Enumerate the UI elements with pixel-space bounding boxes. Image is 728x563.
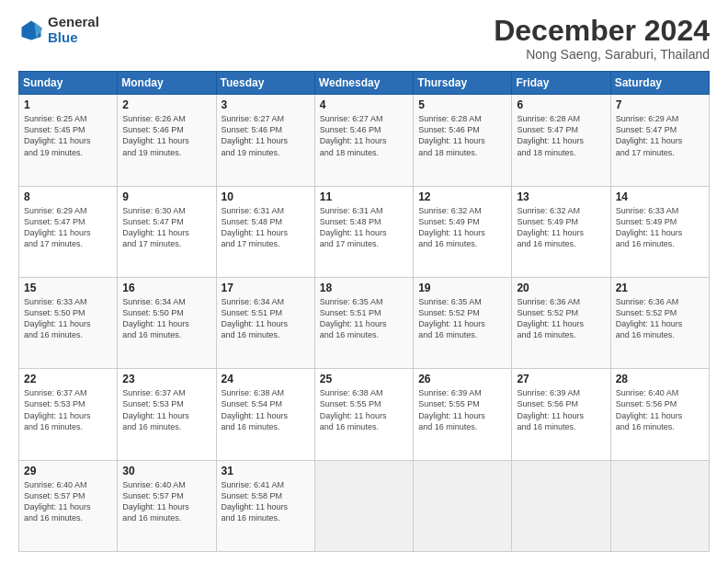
day-info: Sunrise: 6:33 AM Sunset: 5:49 PM Dayligh…: [616, 205, 704, 250]
day-info: Sunrise: 6:27 AM Sunset: 5:46 PM Dayligh…: [222, 113, 310, 158]
page: General Blue December 2024 Nong Saeng, S…: [0, 0, 728, 563]
day-info: Sunrise: 6:35 AM Sunset: 5:52 PM Dayligh…: [418, 296, 506, 341]
day-cell: 20Sunrise: 6:36 AM Sunset: 5:52 PM Dayli…: [512, 277, 610, 368]
day-number: 30: [122, 465, 210, 477]
day-info: Sunrise: 6:35 AM Sunset: 5:51 PM Dayligh…: [320, 296, 408, 341]
day-number: 16: [122, 282, 210, 294]
day-info: Sunrise: 6:29 AM Sunset: 5:47 PM Dayligh…: [24, 205, 112, 250]
day-number: 7: [616, 98, 704, 111]
header-day-friday: Friday: [512, 72, 610, 95]
day-cell: 13Sunrise: 6:32 AM Sunset: 5:49 PM Dayli…: [512, 186, 610, 277]
day-cell: 24Sunrise: 6:38 AM Sunset: 5:54 PM Dayli…: [216, 369, 314, 460]
header-day-wednesday: Wednesday: [314, 72, 413, 95]
day-info: Sunrise: 6:31 AM Sunset: 5:48 PM Dayligh…: [222, 205, 310, 250]
day-info: Sunrise: 6:40 AM Sunset: 5:57 PM Dayligh…: [122, 479, 210, 524]
week-row-1: 8Sunrise: 6:29 AM Sunset: 5:47 PM Daylig…: [19, 186, 710, 277]
day-cell: 5Sunrise: 6:28 AM Sunset: 5:46 PM Daylig…: [414, 95, 512, 186]
day-number: 9: [122, 190, 210, 203]
header-row: SundayMondayTuesdayWednesdayThursdayFrid…: [19, 72, 710, 95]
day-info: Sunrise: 6:41 AM Sunset: 5:58 PM Dayligh…: [222, 479, 310, 524]
day-number: 3: [222, 98, 310, 111]
main-title: December 2024: [494, 15, 710, 47]
day-number: 29: [24, 465, 112, 477]
day-number: 11: [320, 190, 408, 203]
day-number: 5: [418, 98, 506, 111]
day-cell: 25Sunrise: 6:38 AM Sunset: 5:55 PM Dayli…: [314, 369, 413, 460]
day-number: 23: [122, 373, 210, 385]
day-cell: 26Sunrise: 6:39 AM Sunset: 5:55 PM Dayli…: [414, 369, 512, 460]
day-cell: [314, 460, 413, 551]
day-number: 27: [517, 373, 605, 385]
day-number: 17: [222, 282, 310, 294]
day-cell: 18Sunrise: 6:35 AM Sunset: 5:51 PM Dayli…: [314, 277, 413, 368]
day-number: 13: [517, 190, 605, 203]
day-cell: [414, 460, 512, 551]
day-cell: [610, 460, 709, 551]
day-number: 1: [24, 98, 112, 111]
day-info: Sunrise: 6:32 AM Sunset: 5:49 PM Dayligh…: [418, 205, 506, 250]
day-number: 14: [616, 190, 704, 203]
day-cell: 19Sunrise: 6:35 AM Sunset: 5:52 PM Dayli…: [414, 277, 512, 368]
logo-general: General: [48, 15, 99, 30]
day-cell: 31Sunrise: 6:41 AM Sunset: 5:58 PM Dayli…: [216, 460, 314, 551]
day-info: Sunrise: 6:40 AM Sunset: 5:57 PM Dayligh…: [24, 479, 112, 524]
day-number: 25: [320, 373, 408, 385]
logo-blue: Blue: [48, 30, 99, 46]
week-row-2: 15Sunrise: 6:33 AM Sunset: 5:50 PM Dayli…: [19, 277, 710, 368]
header-day-saturday: Saturday: [610, 72, 709, 95]
day-cell: 17Sunrise: 6:34 AM Sunset: 5:51 PM Dayli…: [216, 277, 314, 368]
logo: General Blue: [18, 15, 99, 45]
week-row-3: 22Sunrise: 6:37 AM Sunset: 5:53 PM Dayli…: [19, 369, 710, 460]
day-info: Sunrise: 6:38 AM Sunset: 5:55 PM Dayligh…: [320, 387, 408, 432]
header-day-sunday: Sunday: [19, 72, 118, 95]
day-info: Sunrise: 6:36 AM Sunset: 5:52 PM Dayligh…: [517, 296, 605, 341]
header-day-monday: Monday: [118, 72, 216, 95]
week-row-4: 29Sunrise: 6:40 AM Sunset: 5:57 PM Dayli…: [19, 460, 710, 551]
day-info: Sunrise: 6:30 AM Sunset: 5:47 PM Dayligh…: [122, 205, 210, 250]
day-cell: 6Sunrise: 6:28 AM Sunset: 5:47 PM Daylig…: [512, 95, 610, 186]
day-info: Sunrise: 6:37 AM Sunset: 5:53 PM Dayligh…: [122, 387, 210, 432]
day-number: 24: [222, 373, 310, 385]
day-number: 21: [616, 282, 704, 294]
day-cell: 10Sunrise: 6:31 AM Sunset: 5:48 PM Dayli…: [216, 186, 314, 277]
day-info: Sunrise: 6:26 AM Sunset: 5:46 PM Dayligh…: [122, 113, 210, 158]
title-area: December 2024 Nong Saeng, Saraburi, Thai…: [494, 15, 710, 62]
day-info: Sunrise: 6:37 AM Sunset: 5:53 PM Dayligh…: [24, 387, 112, 432]
day-info: Sunrise: 6:38 AM Sunset: 5:54 PM Dayligh…: [222, 387, 310, 432]
day-info: Sunrise: 6:36 AM Sunset: 5:52 PM Dayligh…: [616, 296, 704, 341]
logo-icon: [18, 17, 44, 43]
day-number: 2: [122, 98, 210, 111]
day-cell: 14Sunrise: 6:33 AM Sunset: 5:49 PM Dayli…: [610, 186, 709, 277]
day-cell: 9Sunrise: 6:30 AM Sunset: 5:47 PM Daylig…: [118, 186, 216, 277]
day-info: Sunrise: 6:33 AM Sunset: 5:50 PM Dayligh…: [24, 296, 112, 341]
day-info: Sunrise: 6:39 AM Sunset: 5:55 PM Dayligh…: [418, 387, 506, 432]
day-number: 8: [24, 190, 112, 203]
day-cell: 28Sunrise: 6:40 AM Sunset: 5:56 PM Dayli…: [610, 369, 709, 460]
calendar-table: SundayMondayTuesdayWednesdayThursdayFrid…: [18, 71, 710, 552]
day-number: 4: [320, 98, 408, 111]
header-day-thursday: Thursday: [414, 72, 512, 95]
day-cell: 1Sunrise: 6:25 AM Sunset: 5:45 PM Daylig…: [19, 95, 118, 186]
day-number: 18: [320, 282, 408, 294]
day-info: Sunrise: 6:31 AM Sunset: 5:48 PM Dayligh…: [320, 205, 408, 250]
day-info: Sunrise: 6:27 AM Sunset: 5:46 PM Dayligh…: [320, 113, 408, 158]
day-info: Sunrise: 6:39 AM Sunset: 5:56 PM Dayligh…: [517, 387, 605, 432]
header-day-tuesday: Tuesday: [216, 72, 314, 95]
calendar-header: SundayMondayTuesdayWednesdayThursdayFrid…: [19, 72, 710, 95]
day-number: 26: [418, 373, 506, 385]
day-cell: [512, 460, 610, 551]
day-number: 10: [222, 190, 310, 203]
day-cell: 23Sunrise: 6:37 AM Sunset: 5:53 PM Dayli…: [118, 369, 216, 460]
day-info: Sunrise: 6:34 AM Sunset: 5:51 PM Dayligh…: [222, 296, 310, 341]
day-info: Sunrise: 6:40 AM Sunset: 5:56 PM Dayligh…: [616, 387, 704, 432]
calendar-body: 1Sunrise: 6:25 AM Sunset: 5:45 PM Daylig…: [19, 95, 710, 552]
day-cell: 15Sunrise: 6:33 AM Sunset: 5:50 PM Dayli…: [19, 277, 118, 368]
day-number: 6: [517, 98, 605, 111]
day-number: 19: [418, 282, 506, 294]
day-cell: 21Sunrise: 6:36 AM Sunset: 5:52 PM Dayli…: [610, 277, 709, 368]
day-number: 12: [418, 190, 506, 203]
day-info: Sunrise: 6:34 AM Sunset: 5:50 PM Dayligh…: [122, 296, 210, 341]
day-cell: 16Sunrise: 6:34 AM Sunset: 5:50 PM Dayli…: [118, 277, 216, 368]
day-cell: 8Sunrise: 6:29 AM Sunset: 5:47 PM Daylig…: [19, 186, 118, 277]
day-cell: 30Sunrise: 6:40 AM Sunset: 5:57 PM Dayli…: [118, 460, 216, 551]
